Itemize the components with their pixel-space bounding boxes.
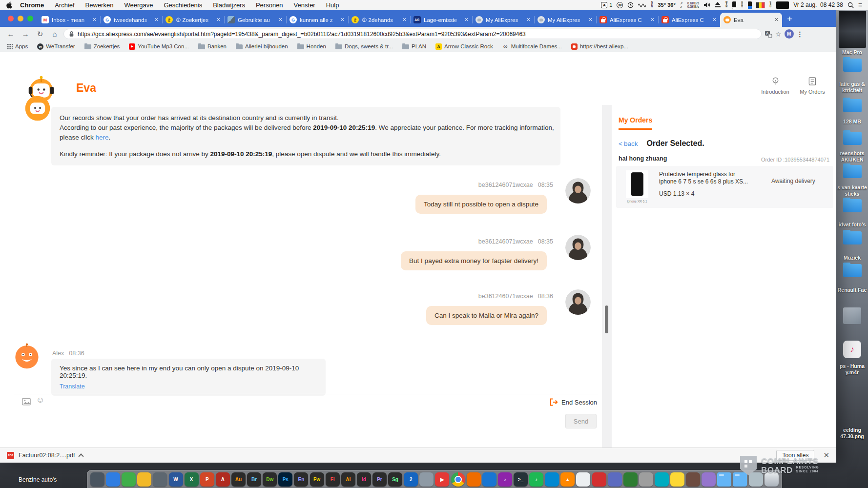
dock-app-app[interactable] — [670, 472, 684, 487]
bookmark-plan[interactable]: PLAN — [402, 43, 426, 49]
folder-icon[interactable] — [843, 199, 862, 212]
dock-app-folder[interactable] — [717, 472, 731, 487]
dock-app-safari[interactable] — [106, 472, 120, 487]
folder-icon[interactable] — [843, 231, 862, 244]
end-session-button[interactable]: End Session — [561, 399, 597, 406]
file-thumbnail-icon[interactable] — [843, 307, 861, 324]
desktop-image-mac-pro[interactable] — [839, 11, 866, 48]
tab--2dehands[interactable]: 2② 2dehands✕ — [348, 13, 410, 27]
bookmark-allerlei-bijhouden[interactable]: Allerlei bijhouden — [236, 43, 288, 49]
dock-app-fireworks[interactable]: Fw — [310, 472, 324, 487]
dock-app-dreamweaver[interactable]: Dw — [263, 472, 277, 487]
tab-aliexpress-c[interactable]: AliExpress C✕ — [596, 13, 658, 27]
dock-app-premiere[interactable]: Pr — [372, 472, 387, 487]
nav-introduction[interactable]: Introduction — [755, 77, 796, 95]
close-tab-icon[interactable]: ✕ — [588, 17, 593, 23]
dock-app-firefox[interactable] — [467, 472, 481, 487]
bookmark-star-icon[interactable]: ☆ — [775, 30, 782, 38]
reload-icon[interactable]: ↻ — [34, 30, 46, 39]
tab-lage-emissie[interactable]: AGLage-emissie✕ — [410, 13, 472, 27]
new-tab-button[interactable]: + — [787, 14, 792, 24]
chrome-menu-icon[interactable]: ⋮ — [797, 30, 804, 38]
menu-personen[interactable]: Personen — [256, 1, 283, 9]
minimize-window-button[interactable] — [18, 16, 23, 21]
dock-app-flash[interactable]: Fl — [326, 472, 340, 487]
dock-app-2dehands[interactable]: 2 — [404, 472, 418, 487]
dock-app-app[interactable] — [153, 472, 167, 487]
dock-app-maps[interactable] — [482, 472, 496, 487]
message-input[interactable] — [14, 407, 598, 435]
notification-center-icon[interactable]: ≡ — [858, 1, 862, 9]
translate-icon[interactable]: A — [765, 30, 772, 38]
menu-bar-clock[interactable]: Vr 2 aug. 08 42 38 — [793, 1, 843, 8]
tab-kunnen-alle-z[interactable]: Gkunnen alle z✕ — [286, 13, 348, 27]
menu-geschiedenis[interactable]: Geschiedenis — [164, 1, 202, 9]
translate-link[interactable]: Translate — [60, 383, 85, 390]
dock-app-youtube[interactable]: ▶ — [435, 472, 449, 487]
dock-app-app[interactable] — [122, 472, 136, 487]
close-tab-icon[interactable]: ✕ — [712, 17, 717, 23]
tab-tweedehands[interactable]: Gtweedehands✕ — [100, 13, 162, 27]
bookmark-multifocale-dames-[interactable]: ∞Multifocale Dames... — [502, 43, 562, 50]
dock-app-terminal[interactable]: >_ — [514, 472, 528, 487]
apple-icon[interactable] — [6, 1, 12, 9]
download-chevron-icon[interactable] — [79, 453, 84, 459]
folder-icon[interactable] — [843, 165, 862, 178]
address-bar[interactable]: https://gcx.aliexpress.com/ae/evaenglish… — [63, 29, 762, 39]
dock-app-audition[interactable]: Au — [231, 472, 246, 487]
dock-app-app[interactable] — [702, 472, 716, 487]
close-tab-icon[interactable]: ✕ — [154, 17, 159, 23]
close-tab-icon[interactable]: ✕ — [216, 17, 221, 23]
eject-icon[interactable] — [715, 2, 721, 8]
close-window-button[interactable] — [8, 16, 14, 21]
menu-venster[interactable]: Venster — [294, 1, 315, 9]
close-download-bar-icon[interactable]: ✕ — [823, 451, 829, 460]
dock-app-word[interactable]: W — [169, 472, 183, 487]
dock-app-app[interactable] — [90, 472, 104, 487]
menu-bewerken[interactable]: Bewerken — [85, 1, 114, 9]
dock-app-speedgrade[interactable]: Sg — [388, 472, 402, 487]
tab-eva[interactable]: Eva✕ — [720, 13, 782, 27]
dock-app-spotify[interactable]: ♪ — [529, 472, 543, 487]
dock-app-powerpoint[interactable]: P — [200, 472, 214, 487]
close-tab-icon[interactable]: ✕ — [278, 17, 283, 23]
bookmark-banken[interactable]: Banken — [198, 43, 227, 49]
close-tab-icon[interactable]: ✕ — [92, 17, 97, 23]
status-m-icon[interactable]: M — [617, 2, 623, 8]
folder-icon[interactable] — [843, 132, 862, 145]
menu-archief[interactable]: Archief — [55, 1, 74, 9]
dock-app-app[interactable] — [655, 472, 669, 487]
dock-app-vlc[interactable]: ▲ — [560, 472, 575, 487]
download-file-name[interactable]: Factuur02:08:2....pdf — [19, 452, 75, 459]
dock-app-chrome[interactable] — [451, 472, 465, 487]
close-tab-icon[interactable]: ✕ — [402, 17, 407, 23]
dock-app-photoshop[interactable]: Ps — [278, 472, 292, 487]
folder-icon[interactable] — [843, 59, 862, 72]
close-tab-icon[interactable]: ✕ — [774, 17, 779, 23]
tab-inbox-mean[interactable]: MInbox - mean✕ — [38, 13, 100, 27]
dock-app-app[interactable] — [623, 472, 638, 487]
bookmark-youtube-mp3-con-[interactable]: ▶YouTube Mp3 Con... — [129, 43, 189, 50]
volume-icon[interactable] — [703, 2, 711, 8]
dock-app-app[interactable] — [608, 472, 622, 487]
folder-icon[interactable] — [843, 264, 862, 277]
dock-app-encore[interactable]: En — [294, 472, 308, 487]
tab--zoekertjes[interactable]: 2② Zoekertjes✕ — [162, 13, 224, 27]
menu-hulp[interactable]: Hulp — [326, 1, 339, 9]
dock-app-illustrator[interactable]: Ai — [341, 472, 355, 487]
menu-weergave[interactable]: Weergave — [124, 1, 153, 9]
order-product-card[interactable]: iphone XR 6.1 Protective tempered glass … — [616, 166, 833, 208]
bookmark-honden[interactable]: Honden — [297, 43, 326, 49]
bookmark-dogs-sweets-tr-[interactable]: Dogs, sweets & tr... — [335, 43, 393, 49]
menu-chrome[interactable]: Chrome — [20, 1, 44, 9]
tab-my-aliexpres[interactable]: My AliExpres✕ — [472, 13, 534, 27]
activity-wave-icon[interactable] — [638, 2, 646, 8]
emoji-icon[interactable]: ☺ — [36, 395, 44, 405]
send-button[interactable]: Send — [565, 414, 597, 428]
dock-app-acrobat[interactable]: A — [216, 472, 230, 487]
dock-app-settings[interactable] — [639, 472, 653, 487]
bookmark-arrow-classic-rock[interactable]: AArrow Classic Rock — [435, 43, 493, 50]
home-icon[interactable]: ⌂ — [49, 30, 61, 38]
close-tab-icon[interactable]: ✕ — [464, 17, 469, 23]
tab-my-aliexpres[interactable]: My AliExpres✕ — [534, 13, 596, 27]
